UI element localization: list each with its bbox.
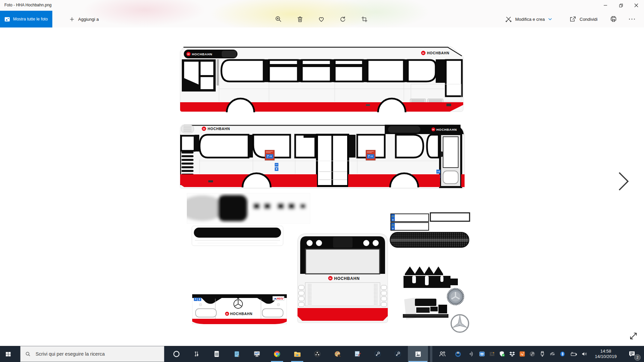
- crop-icon: [361, 16, 368, 23]
- taskbar-item-steam-2[interactable]: [388, 346, 408, 362]
- ticket-machine-sticker: [366, 150, 375, 160]
- clock-time: 14:58: [600, 349, 611, 354]
- windshield-top-illustration: [192, 226, 283, 246]
- hochbahn-logo-initial: H: [432, 128, 434, 131]
- steam-icon: [374, 350, 382, 358]
- taskbar-item-notepad[interactable]: [227, 346, 247, 362]
- add-to-button[interactable]: Aggiungi a: [66, 11, 102, 27]
- plate-country-letter: D: [392, 219, 394, 221]
- bus-rear-illustration: H HOCHBAHN: [297, 233, 388, 323]
- print-icon: [610, 15, 617, 23]
- crop-button[interactable]: [360, 15, 368, 23]
- taskbar-search[interactable]: [20, 346, 164, 362]
- onedrive-offline-cloud-icon: [549, 351, 556, 357]
- taskbar-clock[interactable]: 14:58 14/10/2019: [590, 346, 622, 362]
- tray-steam[interactable]: [527, 346, 537, 362]
- taskbar-item-calculator[interactable]: [207, 346, 227, 362]
- more-button[interactable]: [628, 15, 636, 23]
- favorite-heart-icon: [318, 15, 325, 23]
- delete-button[interactable]: [296, 15, 304, 23]
- taskbar-item-paint[interactable]: [327, 346, 347, 362]
- tray-signal[interactable]: [467, 346, 477, 362]
- people-icon: [438, 350, 446, 358]
- taskbar-item-steam[interactable]: [368, 346, 388, 362]
- taskbar-item-chrome[interactable]: [267, 346, 287, 362]
- license-plates-grille-illustration: D D: [389, 211, 471, 249]
- window-title: Foto - HHA Hochbahn.png: [4, 3, 52, 7]
- start-button[interactable]: [0, 346, 16, 362]
- defender-shield-icon: [499, 351, 505, 357]
- taskbar: 14:58 14/10/2019 2: [0, 346, 644, 362]
- bus-parts-illustration: [401, 263, 471, 334]
- tray-usb[interactable]: [537, 346, 547, 362]
- tray-bluetooth[interactable]: [557, 346, 568, 362]
- next-photo-button[interactable]: [616, 170, 631, 192]
- restore-icon: [619, 3, 623, 8]
- image-editor-icon: [354, 350, 362, 358]
- taskbar-item-resource-monitor[interactable]: [247, 346, 267, 362]
- zoom-button[interactable]: [274, 15, 282, 23]
- taskbar-item-cortana[interactable]: [166, 346, 186, 362]
- restore-button[interactable]: [613, 0, 629, 11]
- taskbar-item-people[interactable]: [435, 346, 450, 362]
- photos-icon: [4, 16, 10, 22]
- share-icon: [569, 15, 577, 23]
- mercedes-badge: [448, 289, 463, 304]
- bluetooth-icon: [559, 351, 566, 357]
- taskbar-item-photos-active[interactable]: [408, 346, 428, 362]
- search-input[interactable]: [35, 351, 157, 357]
- chevron-down-icon: [548, 17, 552, 21]
- usb-icon: [539, 351, 546, 357]
- hochbahn-wordmark: HOCHBAHN: [427, 51, 449, 55]
- share-button[interactable]: Condividi: [569, 11, 597, 27]
- obs-icon: [313, 350, 321, 358]
- hochbahn-logo-initial: H: [329, 277, 331, 280]
- plus-icon: [69, 16, 75, 22]
- hochbahn-logo-initial: H: [203, 127, 205, 130]
- ticket-machine-sticker: [265, 150, 274, 160]
- edit-create-button[interactable]: Modifica e crea: [505, 11, 552, 27]
- chrome-icon: [273, 350, 281, 358]
- tray-battery[interactable]: [568, 346, 579, 362]
- minimize-icon: [603, 3, 607, 7]
- capture-app-icon: [489, 351, 495, 357]
- taskbar-item-file-explorer[interactable]: [287, 346, 307, 362]
- tray-defender[interactable]: [497, 346, 507, 362]
- fullscreen-diagonal-icon: [629, 332, 638, 340]
- tray-orange-app[interactable]: [517, 346, 527, 362]
- rotate-button[interactable]: [339, 15, 347, 23]
- tray-volume[interactable]: [579, 346, 590, 362]
- tray-onedrive-offline[interactable]: [547, 346, 557, 362]
- photo-viewer-canvas[interactable]: H HOCHBAHN H HOCHBAHN: [0, 27, 644, 346]
- paint-icon: [333, 350, 341, 358]
- battery-plug-icon: [570, 351, 578, 357]
- dropbox-icon: [509, 351, 516, 357]
- minimize-button[interactable]: [598, 0, 613, 11]
- show-all-photos-button[interactable]: Mostra tutte le foto: [0, 11, 52, 27]
- resource-monitor-icon: [253, 350, 261, 358]
- tray-capture-app[interactable]: [487, 346, 497, 362]
- bus-side-right-illustration: H HOCHBAHN H HOCHBAHN: [179, 121, 465, 189]
- blue-app-icon: [479, 351, 485, 357]
- print-button[interactable]: [609, 15, 618, 23]
- close-button[interactable]: [629, 0, 644, 11]
- fullscreen-button[interactable]: [628, 331, 639, 341]
- hochbahn-wordmark: HOCHBAHN: [230, 312, 253, 316]
- delete-icon: [297, 16, 304, 23]
- sliders-icon: [193, 350, 200, 358]
- taskbar-item-obs[interactable]: [307, 346, 327, 362]
- more-icon: [628, 15, 636, 23]
- chevron-right-icon: [618, 171, 629, 191]
- action-center-button[interactable]: 2: [623, 346, 641, 362]
- taskbar-item-image-editor[interactable]: [347, 346, 368, 362]
- tray-blue-app[interactable]: [477, 346, 487, 362]
- clock-date: 14/10/2019: [595, 354, 616, 359]
- favorite-button[interactable]: [317, 15, 325, 23]
- notification-badge: 2: [634, 354, 641, 361]
- add-to-label: Aggiungi a: [78, 17, 99, 22]
- bus-side-left-illustration: H HOCHBAHN H HOCHBAHN: [179, 45, 464, 112]
- tray-dropbox[interactable]: [507, 346, 517, 362]
- taskbar-item-sliders-app[interactable]: [186, 346, 207, 362]
- taskbar-item-avatar-app[interactable]: [450, 346, 466, 362]
- zoom-in-icon: [275, 15, 282, 23]
